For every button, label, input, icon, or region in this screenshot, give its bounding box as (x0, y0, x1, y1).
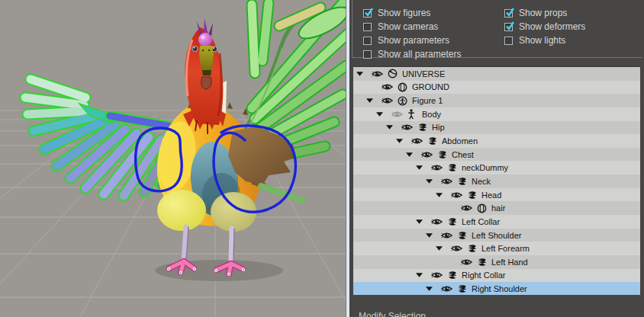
part-type-icon (457, 231, 470, 240)
figure-icon (398, 96, 407, 106)
expand-arrow[interactable] (426, 179, 441, 184)
visibility-eye-toggle[interactable] (461, 258, 477, 266)
tree-row-head[interactable]: Head (353, 188, 640, 202)
expand-arrow[interactable] (366, 98, 382, 103)
tree-row-hair[interactable]: hair (353, 201, 640, 215)
unchecked-checkbox-icon[interactable] (363, 37, 372, 45)
part-type-icon (477, 258, 490, 267)
expand-arrow[interactable] (426, 233, 441, 238)
checkbox-show-all-parameters[interactable]: Show all parameters (363, 47, 504, 61)
eye-icon (441, 178, 452, 185)
bodypart-claw-icon (457, 177, 467, 186)
expand-arrow[interactable] (416, 273, 431, 277)
bodypart-claw-icon (427, 136, 437, 146)
bodypart-claw-icon (477, 258, 487, 267)
bodypart-claw-icon (457, 231, 467, 240)
tree-row-universe[interactable]: UNIVERSE (353, 67, 640, 81)
expand-triangle-icon (426, 233, 433, 238)
eye-icon (372, 70, 383, 78)
visibility-eye-toggle[interactable] (382, 83, 398, 91)
visibility-eye-toggle[interactable] (431, 164, 447, 171)
tree-row-label: Head (481, 191, 501, 200)
tree-row-label: Right Collar (462, 271, 505, 280)
checked-checkbox-icon[interactable] (363, 9, 372, 18)
visibility-eye-toggle[interactable] (431, 271, 447, 279)
tree-row-left-hand[interactable]: Left Hand (353, 255, 640, 269)
visibility-eye-toggle[interactable] (451, 191, 467, 199)
expand-arrow[interactable] (436, 246, 451, 251)
tree-row-hip[interactable]: Hip (353, 121, 640, 135)
expand-triangle-icon (426, 179, 433, 184)
visibility-eye-toggle[interactable] (372, 70, 388, 78)
eye-icon (431, 271, 443, 279)
checkbox-show-cameras[interactable]: Show cameras (363, 20, 504, 34)
checkbox-show-props[interactable]: Show props (504, 6, 644, 20)
expand-arrow[interactable] (376, 112, 391, 117)
checkbox-label: Show cameras (378, 21, 438, 32)
expand-arrow[interactable] (396, 139, 411, 143)
eye-icon (411, 137, 423, 145)
tree-row-left-forearm[interactable]: Left Forearm (353, 242, 640, 255)
unchecked-checkbox-icon[interactable] (363, 23, 372, 31)
expand-arrow[interactable] (356, 72, 372, 76)
tree-row-figure-1[interactable]: Figure 1 (353, 94, 640, 107)
part-type-icon (467, 244, 480, 253)
expand-arrow[interactable] (426, 287, 441, 291)
tree-row-right-collar[interactable]: Right Collar (353, 269, 640, 283)
part-type-icon (457, 177, 470, 186)
tree-row-neck[interactable]: Neck (353, 175, 640, 188)
tree-row-abdomen[interactable]: Abdomen (353, 134, 640, 148)
app-window: Show figuresShow propsShow camerasShow d… (0, 0, 644, 317)
unchecked-checkbox-icon[interactable] (504, 37, 513, 45)
checked-checkbox-icon[interactable] (504, 9, 513, 18)
visibility-eye-toggle[interactable] (421, 151, 437, 158)
tree-row-neckdummy[interactable]: neckDummy (353, 161, 640, 175)
checkbox-show-parameters[interactable]: Show parameters (363, 34, 504, 47)
checkbox-label: Show deformers (519, 21, 585, 32)
expand-arrow[interactable] (406, 152, 421, 157)
viewport-3d[interactable] (0, 0, 347, 317)
visibility-eye-toggle[interactable] (382, 97, 398, 104)
tree-row-body[interactable]: Body (353, 107, 640, 121)
checkbox-show-deformers[interactable]: Show deformers (504, 20, 644, 34)
eye-icon (461, 258, 472, 266)
expand-arrow[interactable] (386, 125, 401, 130)
expand-arrow[interactable] (416, 165, 431, 170)
visibility-eye-toggle[interactable] (441, 232, 457, 239)
visibility-eye-toggle[interactable] (391, 110, 407, 118)
tree-row-chest[interactable]: Chest (353, 148, 640, 162)
tree-row-left-collar[interactable]: Left Collar (353, 215, 640, 229)
visibility-eye-toggle[interactable] (431, 218, 447, 226)
eye-icon (461, 204, 472, 212)
visibility-eye-toggle[interactable] (461, 204, 477, 212)
visibility-eye-toggle[interactable] (441, 285, 457, 293)
tree-row-label: hair (491, 203, 505, 213)
expand-triangle-icon (386, 125, 393, 130)
visibility-eye-toggle[interactable] (401, 123, 417, 131)
eye-icon (382, 97, 393, 104)
checkbox-show-lights[interactable]: Show lights (504, 34, 644, 47)
expand-triangle-icon (416, 219, 423, 224)
expand-arrow[interactable] (416, 219, 431, 224)
hierarchy-tree: UNIVERSEGROUNDFigure 1BodyHipAbdomenChes… (353, 66, 640, 295)
checkbox-label: Show all parameters (378, 49, 461, 59)
tree-row-left-shoulder[interactable]: Left Shoulder (353, 229, 640, 242)
visibility-eye-toggle[interactable] (411, 137, 427, 145)
unchecked-checkbox-icon[interactable] (363, 50, 372, 59)
eye-icon (382, 83, 393, 91)
tree-row-right-shoulder[interactable]: Right Shoulder (353, 282, 640, 295)
expand-triangle-icon (396, 139, 403, 143)
tree-row-label: Figure 1 (412, 96, 443, 105)
bodypart-claw-icon (467, 191, 477, 200)
eye-icon (451, 191, 462, 199)
tree-row-ground[interactable]: GROUND (353, 81, 640, 94)
part-type-icon (447, 217, 460, 226)
visibility-eye-toggle[interactable] (441, 178, 457, 185)
expand-arrow[interactable] (436, 193, 451, 197)
modify-selection-label: Modify Selection (359, 311, 426, 317)
visibility-eye-toggle[interactable] (451, 245, 467, 252)
checked-checkbox-icon[interactable] (504, 23, 513, 31)
checkbox-show-figures[interactable]: Show figures (363, 6, 504, 20)
tree-row-label: Left Shoulder (472, 231, 521, 240)
bodypart-claw-icon (457, 284, 467, 293)
